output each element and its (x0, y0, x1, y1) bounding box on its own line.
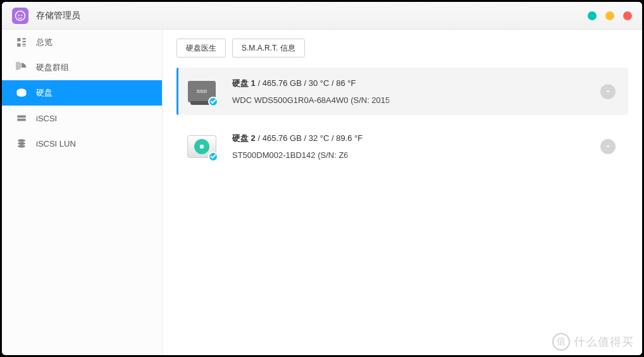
sidebar-item-disk[interactable]: 硬盘 (2, 80, 162, 106)
status-ok-badge (208, 152, 218, 162)
disk-summary: 硬盘 1 / 465.76 GB / 30 °C / 86 °F (232, 78, 585, 89)
sidebar-item-diskgroup[interactable]: 硬盘群组 (2, 55, 162, 80)
sidebar-item-label: 硬盘群组 (36, 62, 69, 73)
status-ok-badge (208, 97, 218, 107)
sidebar-item-label: iSCSI LUN (36, 139, 76, 148)
sidebar-item-label: 硬盘 (36, 87, 53, 99)
disk-info: 硬盘 1 / 465.76 GB / 30 °C / 86 °F WDC WDS… (232, 78, 585, 105)
sidebar-item-label: 总览 (36, 37, 53, 48)
app-window: 存储管理员 总览 硬盘群组 硬盘 iSCSI (2, 2, 642, 355)
iscsi-icon (16, 112, 27, 124)
svg-rect-3 (17, 38, 20, 41)
ssd-icon: SSD (187, 79, 217, 104)
minimize-button[interactable] (588, 11, 597, 20)
expand-button[interactable] (600, 84, 616, 99)
diskgroup-icon (16, 62, 27, 73)
window-title: 存储管理员 (36, 10, 588, 21)
svg-point-9 (17, 88, 26, 92)
disk-info: 硬盘 2 / 465.76 GB / 32 °C / 89.6 °F ST500… (232, 133, 585, 160)
disk-row[interactable]: SSD 硬盘 1 / 465.76 GB / 30 °C / 86 °F WDC… (176, 68, 628, 115)
sidebar: 总览 硬盘群组 硬盘 iSCSI iSCSI LUN (2, 30, 163, 355)
smart-info-button[interactable]: S.M.A.R.T. 信息 (232, 39, 305, 57)
redacted-sn: XXXXXXXXXX (390, 95, 445, 105)
expand-button[interactable] (600, 139, 616, 154)
titlebar: 存储管理员 (2, 2, 642, 30)
sidebar-item-iscsi-lun[interactable]: iSCSI LUN (2, 131, 162, 156)
svg-point-14 (18, 145, 25, 148)
maximize-button[interactable] (605, 11, 614, 20)
svg-rect-4 (23, 38, 26, 39)
toolbar: 硬盘医生 S.M.A.R.T. 信息 (176, 39, 628, 57)
content-area: 硬盘医生 S.M.A.R.T. 信息 SSD 硬盘 1 / 465.76 GB … (163, 30, 642, 355)
disk-summary: 硬盘 2 / 465.76 GB / 32 °C / 89.6 °F (232, 133, 585, 144)
svg-point-13 (18, 142, 25, 145)
close-button[interactable] (623, 11, 632, 20)
overview-icon (16, 37, 27, 48)
svg-rect-8 (23, 46, 26, 47)
svg-rect-5 (23, 41, 26, 42)
sidebar-item-overview[interactable]: 总览 (2, 30, 162, 55)
disk-doctor-button[interactable]: 硬盘医生 (176, 39, 226, 57)
disk-row[interactable]: 硬盘 2 / 465.76 GB / 32 °C / 89.6 °F ST500… (176, 123, 628, 170)
app-icon (12, 8, 28, 24)
svg-rect-10 (17, 116, 26, 118)
disk-list: SSD 硬盘 1 / 465.76 GB / 30 °C / 86 °F WDC… (176, 68, 628, 170)
window-body: 总览 硬盘群组 硬盘 iSCSI iSCSI LUN 硬盘医生 S.M. (2, 30, 642, 355)
iscsi-lun-icon (16, 138, 27, 149)
window-controls (588, 11, 632, 20)
redacted-sn: XXXXXXX (349, 150, 387, 160)
disk-icon (16, 87, 27, 99)
sidebar-item-label: iSCSI (36, 114, 57, 123)
disk-model: ST500DM002-1BD142 (S/N: Z6XXXXXXX (232, 150, 585, 160)
svg-point-12 (18, 139, 25, 142)
disk-model: WDC WDS500G1R0A-68A4W0 (S/N: 2015XXXXXXX… (232, 95, 585, 105)
sidebar-item-iscsi[interactable]: iSCSI (2, 106, 162, 131)
svg-rect-11 (17, 119, 26, 121)
svg-point-1 (18, 15, 20, 16)
svg-point-0 (16, 11, 25, 20)
hdd-icon (187, 134, 217, 159)
svg-point-2 (21, 15, 22, 16)
svg-rect-6 (17, 44, 20, 47)
svg-rect-7 (23, 44, 26, 45)
